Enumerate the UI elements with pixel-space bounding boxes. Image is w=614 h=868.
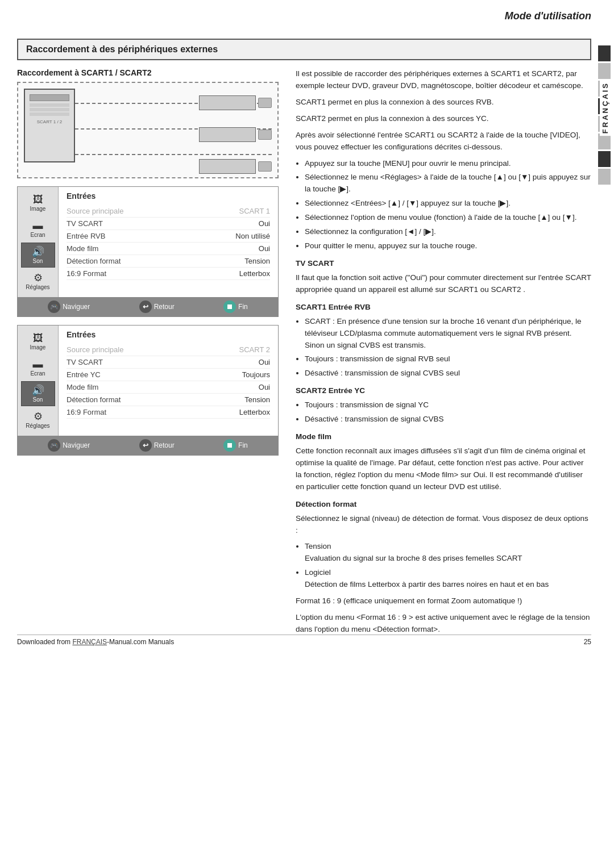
format-value-2: Letterbox: [239, 408, 270, 416]
sidebar-bar-1: [598, 45, 611, 61]
connector-end-2: [258, 130, 272, 140]
menu-row-rvb-1: Entrée RVB Non utilisé: [67, 230, 270, 243]
mode-film-text: Cette fonction reconnaît aux images diff…: [296, 445, 591, 493]
detection-format-title: Détection format: [296, 499, 591, 511]
menu-title-2: Entrées: [67, 330, 270, 339]
tv-scart-text: Il faut que la fonction soit active ("Ou…: [296, 272, 591, 296]
bullet-3: Sélectionnez <Entrées> [▲] / [▼] appuyez…: [305, 198, 591, 210]
mode-film-title: Mode film: [296, 431, 591, 443]
menu-panel-2-inner: 🖼 Image ▬ Ecran 🔊 Son ⚙: [18, 326, 278, 436]
scart1-rvb-b1: SCART : En présence d'une tension sur la…: [305, 316, 591, 352]
scart2-entree-yc-title: SCART2 Entrée YC: [296, 385, 591, 397]
image-icon-1: 🖼: [33, 194, 43, 205]
son-icon-1: 🔊: [32, 247, 44, 257]
scart2-yc-list: Toujours : transmission de signal YC Dés…: [305, 399, 591, 425]
menu-footer-2: 🎮 Naviguer ↩ Retour ⏹ Fin: [18, 436, 278, 455]
bullet-6: Pour quitter le menu, appuyez sur la tou…: [305, 240, 591, 252]
menu-icon-image-1[interactable]: 🖼 Image: [21, 190, 55, 215]
menu-row-source-1: Source principale SCART 1: [67, 205, 270, 218]
connectors: [199, 95, 272, 174]
menu-icons-col-2: 🖼 Image ▬ Ecran 🔊 Son ⚙: [18, 326, 59, 436]
yc-label-2: Entrée YC: [67, 370, 101, 379]
scart2-yc-b1: Toujours : transmission de signal YC: [305, 399, 591, 411]
menu-row-format-1: 16:9 Format Letterbox: [67, 268, 270, 280]
section-header: Raccordement à des périphériques externe…: [17, 39, 591, 60]
reglages-label-2: Réglages: [26, 423, 49, 429]
scart-diagram: SCART 1 / 2: [17, 82, 279, 178]
footer-francais-link[interactable]: FRANÇAIS: [72, 638, 107, 646]
footer-fin-2: ⏹ Fin: [223, 439, 248, 452]
modefilm-value-2: Oui: [259, 383, 270, 391]
footer-downloaded: Downloaded from: [17, 638, 72, 646]
menu-panel-1: 🖼 Image ▬ Ecran 🔊 Son ⚙: [17, 186, 279, 317]
menu-icon-reglages-1[interactable]: ⚙ Réglages: [21, 269, 55, 294]
menu-icons-col-1: 🖼 Image ▬ Ecran 🔊 Son ⚙: [18, 187, 59, 297]
device-detail-3: [30, 108, 69, 111]
footer-navigate-1: 🎮 Naviguer: [48, 301, 90, 313]
scart1-rvb-b2: Toujours : transmission de signal RVB se…: [305, 353, 591, 365]
detection-b1: Tension Evaluation du signal sur la broc…: [305, 541, 591, 565]
sidebar-bar-7: [598, 151, 611, 167]
son-icon-2: 🔊: [32, 385, 44, 395]
detection-label-2: Détection format: [67, 395, 121, 404]
menu-row-modefilm-2: Mode film Oui: [67, 381, 270, 394]
retour-icon-2: ↩: [139, 439, 152, 452]
detection-bullets-list: Tension Evaluation du signal sur la broc…: [305, 541, 591, 591]
menu-icon-image-2[interactable]: 🖼 Image: [21, 329, 55, 354]
reglages-label-1: Réglages: [26, 284, 49, 290]
format-label-2: 16:9 Format: [67, 408, 106, 416]
scart2-yc-b2: Désactivé : transmission de signal CVBS: [305, 414, 591, 425]
fin-icon-1: ⏹: [223, 301, 236, 313]
menu-icon-reglages-2[interactable]: ⚙ Réglages: [21, 407, 55, 432]
tvscart-label-2: TV SCART: [67, 358, 103, 366]
navigate-icon-1: 🎮: [48, 301, 60, 313]
subsection-title: Raccordement à SCART1 / SCART2: [17, 68, 279, 77]
format-value-1: Letterbox: [239, 269, 270, 278]
source-principale-value-1: SCART 1: [239, 207, 270, 215]
menu-row-format-2: 16:9 Format Letterbox: [67, 406, 270, 419]
device-label-small: SCART 1 / 2: [37, 119, 63, 124]
menu-icon-ecran-2[interactable]: ▬ Ecran: [21, 355, 55, 380]
device-detail-4: [30, 112, 69, 116]
retour-label-1: Retour: [154, 303, 175, 311]
menu-icon-son-1[interactable]: 🔊 Son: [21, 243, 55, 268]
format-label-1: 16:9 Format: [67, 269, 106, 278]
connector-box-1: [199, 95, 256, 110]
menu-row-detection-1: Détection format Tension: [67, 255, 270, 268]
detection-label-1: Détection format: [67, 257, 121, 265]
fin-icon-2: ⏹: [223, 439, 236, 452]
bullets-list: Appuyez sur la touche [MENU] pour ouvrir…: [305, 158, 591, 252]
menu-row-yc-2: Entrée YC Toujours: [67, 369, 270, 381]
scart-device-box: SCART 1 / 2: [24, 89, 75, 162]
tv-scart-title: TV SCART: [296, 258, 591, 270]
ecran-icon-1: ▬: [33, 220, 43, 231]
image-label-2: Image: [30, 344, 46, 350]
sidebar-bar-6: [598, 133, 611, 149]
francais-side-label: FRANÇAIS: [600, 80, 611, 136]
connector-box-2: [199, 127, 256, 142]
page-number: 25: [584, 638, 591, 646]
bullet-2: Sélectionnez le menu <Réglages> à l'aide…: [305, 172, 591, 195]
right-column: Il est possible de raccorder des périphé…: [290, 68, 591, 640]
footer-manual-text: -Manual.com Manuals: [107, 638, 174, 646]
menu-icon-ecran-1[interactable]: ▬ Ecran: [21, 216, 55, 241]
rvb-value-1: Non utilisé: [235, 232, 270, 240]
device-detail-2: [30, 103, 69, 107]
connector-1: [199, 95, 272, 110]
modefilm-label-2: Mode film: [67, 383, 98, 391]
menu-icon-son-2[interactable]: 🔊 Son: [21, 381, 55, 406]
footer-link[interactable]: Downloaded from FRANÇAIS-Manual.com Manu…: [17, 638, 174, 646]
menu-panel-1-inner: 🖼 Image ▬ Ecran 🔊 Son ⚙: [18, 187, 278, 297]
connector-end-1: [258, 98, 272, 108]
yc-value-2: Toujours: [242, 370, 270, 379]
menu-title-1: Entrées: [67, 191, 270, 201]
menu-footer-1: 🎮 Naviguer ↩ Retour ⏹ Fin: [18, 297, 278, 316]
scart1-rvb-b3: Désactivé : transmission de signal CVBS …: [305, 368, 591, 379]
connector-3: [199, 159, 272, 174]
detection-value-1: Tension: [244, 257, 270, 265]
fin-label-2: Fin: [238, 441, 248, 449]
sidebar-bar-8: [598, 169, 611, 185]
navigate-icon-2: 🎮: [48, 439, 60, 452]
source-principale-label-2: Source principale: [67, 345, 123, 354]
menu-row-modefilm-1: Mode film Oui: [67, 243, 270, 255]
